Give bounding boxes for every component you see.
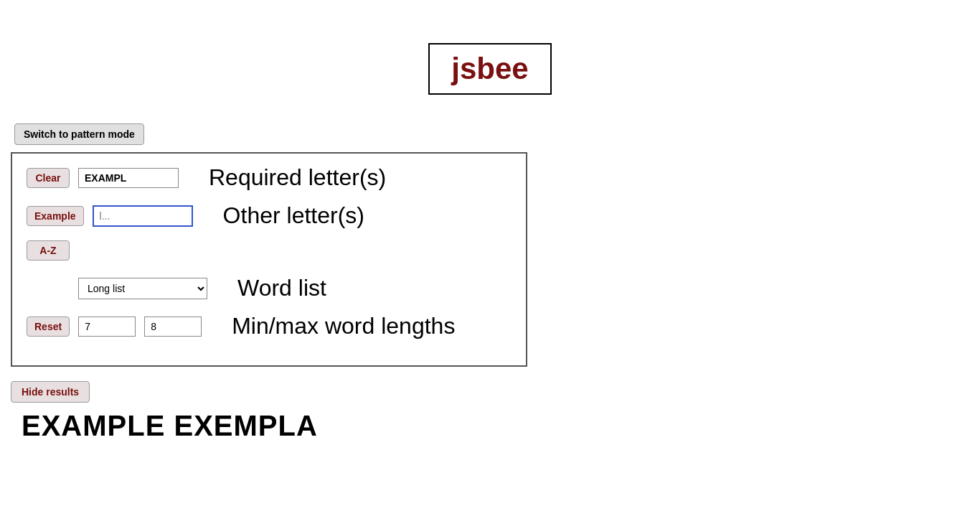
required-letters-row: Clear Required letter(s) (27, 164, 512, 191)
logo-box: jsbee (428, 43, 551, 95)
required-letters-input[interactable] (78, 168, 179, 188)
logo-text: jsbee (451, 52, 528, 85)
clear-button[interactable]: Clear (27, 168, 70, 188)
wordlist-select[interactable]: Long list Short list Custom (78, 278, 207, 299)
wordlist-label: Word list (237, 275, 326, 301)
required-letters-label: Required letter(s) (209, 164, 386, 191)
wordlist-row: Long list Short list Custom Word list (27, 275, 512, 301)
minmax-label: Min/max word lengths (232, 313, 455, 339)
min-length-input[interactable] (78, 317, 136, 337)
az-row: A-Z (27, 240, 512, 261)
results-area: Hide results EXAMPLE EXEMPLA (0, 381, 980, 442)
reset-button[interactable]: Reset (27, 317, 70, 337)
max-length-input[interactable] (144, 317, 202, 337)
hide-results-button[interactable]: Hide results (11, 381, 90, 403)
mode-switch-button[interactable]: Switch to pattern mode (14, 123, 144, 145)
az-button[interactable]: A-Z (27, 240, 70, 261)
results-words: EXAMPLE EXEMPLA (11, 410, 980, 442)
other-letters-input[interactable] (93, 205, 193, 227)
other-letters-label: Other letter(s) (223, 202, 364, 229)
example-button[interactable]: Example (27, 206, 84, 226)
mode-switch-area: Switch to pattern mode (0, 123, 980, 145)
header: jsbee (0, 0, 980, 123)
main-form-box: Clear Required letter(s) Example Other l… (11, 152, 527, 367)
minmax-row: Reset Min/max word lengths (27, 313, 512, 339)
other-letters-row: Example Other letter(s) (27, 202, 512, 229)
